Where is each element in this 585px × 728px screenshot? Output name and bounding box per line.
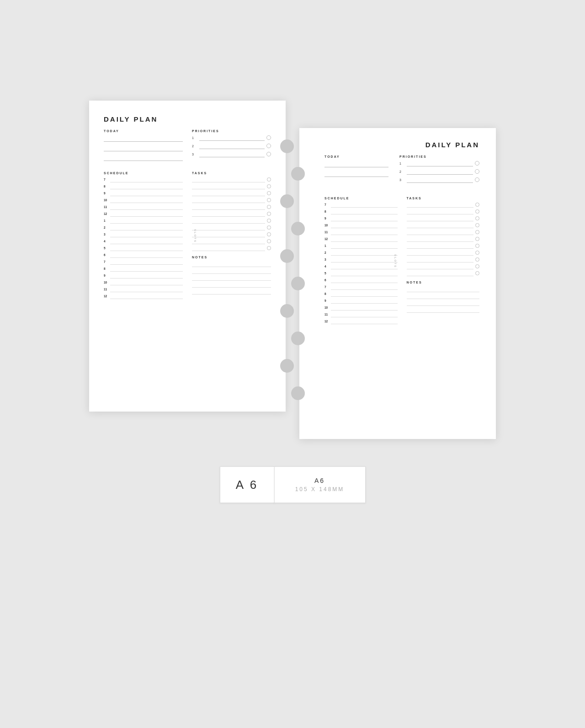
r-time-row-8: 8 [324, 209, 398, 214]
time-6: 6 [104, 253, 110, 257]
task-line-10 [192, 238, 265, 244]
task-line-2 [192, 183, 265, 189]
notes-line-5 [192, 288, 271, 294]
right-tasks-section: TASKS NOTES [407, 197, 480, 325]
r-time-row-8b: 8 [324, 291, 398, 297]
time-line-8b [110, 266, 183, 272]
size-card-a6: A 6 [220, 466, 275, 503]
r-time-line-8b [331, 291, 398, 297]
task-circle-10 [267, 239, 271, 243]
time-row-5: 5 [104, 245, 183, 251]
tasks-label: TASKS [192, 171, 271, 175]
r-time-row-5: 5 [324, 270, 398, 276]
time-12: 12 [104, 212, 110, 215]
r-task-line-5 [407, 229, 474, 235]
r-time-line-4 [331, 263, 398, 269]
task-circle-4 [267, 198, 271, 202]
time-row-2: 2 [104, 225, 183, 230]
size-label: A 6 [236, 478, 259, 492]
schedule-label: SCHEDULE [104, 171, 183, 175]
task-row-6 [192, 211, 271, 217]
right-ring-2 [291, 222, 305, 236]
r-task-row-4 [407, 222, 480, 228]
right-slots-label: SLOTS [394, 254, 397, 268]
r-task-circle-3 [475, 216, 479, 220]
r-time-line-10b [331, 305, 398, 310]
r-time-12b: 12 [324, 320, 331, 323]
size-dims: 105 X 148MM [295, 486, 345, 492]
task-line-6 [192, 211, 265, 217]
time-line-7b [110, 259, 183, 265]
time-row-9: 9 [104, 190, 183, 196]
r-time-line-1 [331, 243, 398, 249]
r-time-line-3 [331, 257, 398, 262]
r-task-line-4 [407, 222, 474, 228]
right-schedule-tasks: SLOTS SCHEDULE 7 8 9 10 11 12 1 2 3 4 5 … [324, 197, 479, 325]
right-tasks-label: TASKS [407, 197, 480, 200]
time-line-5 [110, 245, 183, 251]
time-row-1: 1 [104, 218, 183, 224]
right-priorities-label: PRIORITIES [399, 155, 479, 158]
time-row-3: 3 [104, 231, 183, 237]
r-time-7b: 7 [324, 285, 331, 289]
r-time-8b: 8 [324, 292, 331, 295]
time-3: 3 [104, 233, 110, 236]
r-task-row-7 [407, 243, 480, 249]
right-priority-row-1: 1 [399, 160, 479, 166]
r-task-line-10 [407, 263, 474, 269]
time-8b: 8 [104, 267, 110, 270]
main-area: DAILY PLAN TODAY PRIORITIES 1 2 [0, 0, 585, 439]
r-task-line-9 [407, 257, 474, 262]
right-schedule-label: SCHEDULE [324, 197, 398, 200]
r-time-row-10b: 10 [324, 305, 398, 310]
priorities-section: PRIORITIES 1 2 3 [192, 129, 271, 163]
r-task-row-5 [407, 229, 480, 235]
today-field-2 [104, 144, 183, 151]
r-task-row-11 [407, 270, 480, 276]
r-time-row-1: 1 [324, 243, 398, 249]
slots-label: SLOTS [194, 229, 197, 242]
r-time-row-7: 7 [324, 202, 398, 208]
r-task-line-6 [407, 236, 474, 242]
time-9b: 9 [104, 274, 110, 277]
tasks-section: TASKS NOTES [192, 171, 271, 300]
task-line-3 [192, 190, 265, 196]
r-task-row-3 [407, 215, 480, 221]
schedule-tasks: SLOTS SCHEDULE 7 8 9 10 11 12 1 2 3 4 5 … [104, 171, 271, 300]
time-row-11: 11 [104, 204, 183, 210]
r-task-row-10 [407, 263, 480, 269]
task-line-1 [192, 177, 265, 182]
time-line-12b [110, 293, 183, 299]
time-line-10b [110, 279, 183, 285]
r-time-row-9: 9 [324, 215, 398, 221]
r-time-row-3: 3 [324, 257, 398, 262]
time-row-7: 7 [104, 177, 183, 182]
today-section: TODAY [104, 129, 183, 163]
r-task-line-3 [407, 215, 474, 221]
r-time-7: 7 [324, 203, 331, 206]
priority-line-1 [199, 134, 265, 141]
rings-right [291, 128, 305, 439]
r-time-row-4: 4 [324, 263, 398, 269]
task-circle-11 [267, 246, 271, 250]
time-10: 10 [104, 198, 110, 202]
time-12b: 12 [104, 294, 110, 298]
task-line-4 [192, 197, 265, 203]
r-time-row-6: 6 [324, 277, 398, 283]
r-time-11: 11 [324, 230, 331, 234]
r-notes-line-3 [407, 300, 480, 306]
right-priority-line-3 [407, 177, 473, 183]
r-task-row-8 [407, 250, 480, 256]
priority-check-2 [266, 144, 271, 148]
r-time-12: 12 [324, 237, 331, 241]
time-line-4 [110, 238, 183, 244]
task-line-5 [192, 204, 265, 210]
r-time-10: 10 [324, 224, 331, 227]
r-time-line-11b [331, 311, 398, 317]
schedule-section: SCHEDULE 7 8 9 10 11 12 1 2 3 4 5 6 7 8 … [104, 171, 183, 300]
time-line-6 [110, 252, 183, 258]
r-task-circle-1 [475, 203, 479, 207]
right-priority-row-3: 3 [399, 177, 479, 183]
r-time-line-2 [331, 250, 398, 256]
time-line-7 [110, 177, 183, 182]
